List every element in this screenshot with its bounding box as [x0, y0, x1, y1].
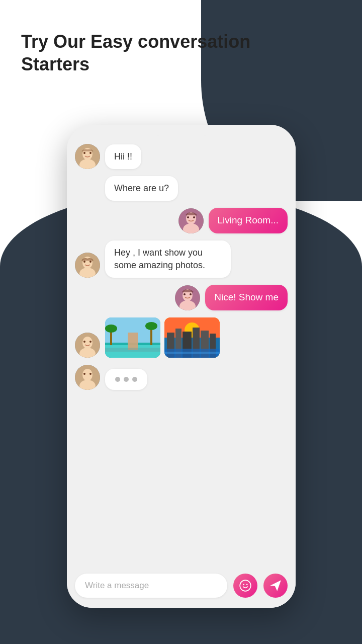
table-row [75, 317, 288, 358]
avatar [75, 365, 100, 390]
table-row: Hii !! [75, 144, 288, 169]
table-row: Where are u? [75, 176, 288, 201]
avatar-sender [178, 208, 204, 233]
emoji-button[interactable] [233, 574, 257, 598]
svg-point-53 [246, 584, 248, 586]
chat-image-city [164, 317, 220, 358]
phone-notch [151, 125, 212, 136]
header-title: Try Our Easy conversation Starters [21, 30, 250, 75]
svg-rect-45 [164, 352, 220, 354]
svg-point-47 [82, 369, 93, 381]
chat-bubble-sent: Living Room... [209, 208, 288, 233]
svg-point-19 [190, 293, 192, 295]
table-row: Nice! Show me [75, 285, 288, 310]
table-row [75, 365, 288, 390]
table-row: Hey , I want show you some amazing photo… [75, 240, 288, 278]
svg-point-21 [82, 337, 93, 349]
typing-dot-1 [115, 377, 120, 382]
send-button[interactable] [263, 574, 288, 598]
image-message [105, 317, 220, 358]
table-row: Living Room... [75, 208, 288, 233]
message-input[interactable]: Write a message [85, 581, 217, 591]
svg-rect-33 [105, 348, 160, 352]
header: Try Our Easy conversation Starters [21, 30, 250, 75]
avatar [75, 144, 100, 169]
svg-point-49 [83, 373, 85, 375]
svg-point-8 [187, 216, 189, 218]
svg-point-18 [184, 293, 186, 295]
svg-point-30 [105, 325, 117, 333]
svg-point-52 [243, 584, 244, 586]
emoji-icon [239, 579, 252, 592]
avatar [75, 253, 100, 278]
avatar-sender [175, 285, 200, 310]
typing-dot-2 [124, 377, 129, 382]
svg-rect-28 [128, 333, 138, 350]
chat-bubble-sent: Nice! Show me [205, 285, 288, 310]
svg-point-3 [83, 152, 85, 154]
svg-point-23 [83, 341, 85, 343]
input-bar: Write a message [67, 567, 296, 608]
send-icon [269, 579, 282, 592]
svg-point-4 [89, 152, 92, 154]
svg-point-50 [89, 373, 92, 375]
svg-point-14 [89, 261, 92, 263]
svg-rect-31 [150, 328, 152, 345]
chat-area: Hii !! Where are u? Living Room... [67, 136, 296, 567]
chat-image-beach [105, 317, 160, 358]
chat-bubble: Hii !! [105, 144, 141, 169]
chat-bubble: Where are u? [105, 176, 178, 201]
svg-point-24 [89, 341, 92, 343]
svg-point-32 [145, 322, 157, 330]
avatar [75, 333, 100, 358]
message-input-wrap[interactable]: Write a message [75, 574, 227, 598]
phone-mockup: Hii !! Where are u? Living Room... [67, 125, 296, 608]
typing-dot-3 [132, 377, 137, 382]
typing-indicator [105, 369, 147, 390]
svg-point-9 [193, 216, 195, 218]
svg-point-51 [240, 580, 251, 591]
chat-bubble: Hey , I want show you some amazing photo… [105, 240, 231, 278]
svg-point-13 [83, 261, 85, 263]
